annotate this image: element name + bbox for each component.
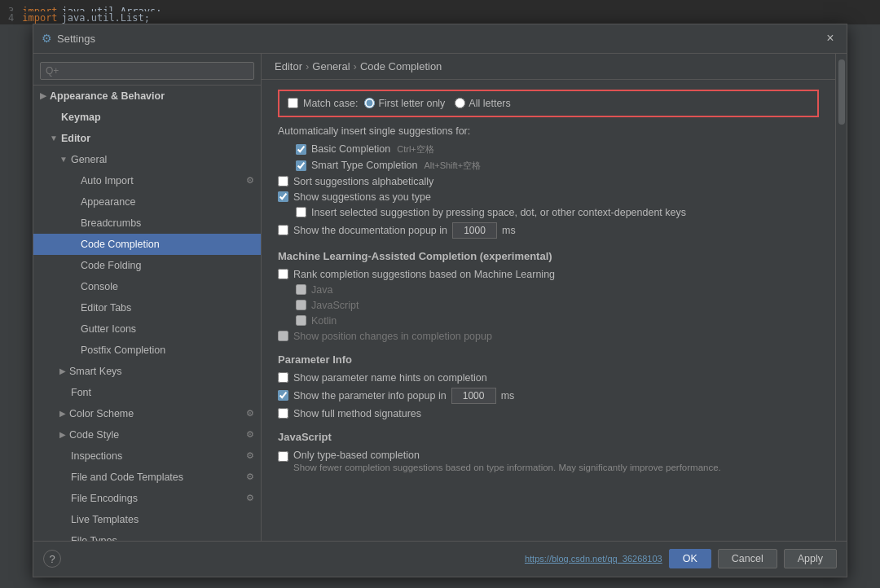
show-param-popup-label: Show the parameter info popup in xyxy=(293,390,447,402)
sidebar-item-breadcrumbs[interactable]: Breadcrumbs xyxy=(33,213,261,234)
smart-type-row[interactable]: Smart Type Completion Alt+Shift+空格 xyxy=(278,160,819,172)
show-as-type-row[interactable]: Show suggestions as you type xyxy=(278,191,819,203)
sidebar-item-file-types[interactable]: File Types xyxy=(33,530,261,541)
smart-type-checkbox[interactable] xyxy=(296,160,306,171)
match-case-row[interactable]: Match case: xyxy=(288,98,358,109)
sidebar-item-label: Keymap xyxy=(61,109,101,125)
sidebar-item-code-style[interactable]: Code Style ⚙ xyxy=(33,424,261,445)
arrow-icon xyxy=(50,132,58,145)
apply-button[interactable]: Apply xyxy=(784,549,837,568)
first-letter-option[interactable]: First letter only xyxy=(364,98,445,109)
sidebar-item-appearance-behavior[interactable]: Appearance & Behavior xyxy=(33,86,261,107)
ok-button[interactable]: OK xyxy=(669,549,711,568)
show-full-checkbox[interactable] xyxy=(278,408,288,419)
sidebar-item-postfix-completion[interactable]: Postfix Completion xyxy=(33,340,261,361)
show-position-label: Show position changes in completion popu… xyxy=(293,331,492,342)
sidebar-item-file-encodings[interactable]: File Encodings ⚙ xyxy=(33,488,261,509)
scrollbar-thumb[interactable] xyxy=(838,59,845,125)
sidebar-item-label: General xyxy=(71,151,107,168)
sidebar-item-label: Code Completion xyxy=(81,236,160,252)
arrow-icon xyxy=(59,365,66,378)
show-doc-popup-row: Show the documentation popup in ms xyxy=(278,222,819,239)
breadcrumb-code-completion: Code Completion xyxy=(360,60,442,72)
sidebar-item-label: Postfix Completion xyxy=(81,342,165,358)
rank-ml-row[interactable]: Rank completion suggestions based on Mac… xyxy=(278,269,819,280)
javascript-ml-checkbox[interactable] xyxy=(296,300,306,310)
help-button[interactable]: ? xyxy=(43,550,61,568)
show-position-checkbox[interactable] xyxy=(278,331,288,341)
show-doc-popup-value[interactable] xyxy=(452,222,497,239)
show-as-type-checkbox[interactable] xyxy=(278,191,288,202)
sidebar-item-auto-import[interactable]: Auto Import ⚙ xyxy=(33,170,261,191)
cancel-button[interactable]: Cancel xyxy=(718,549,777,568)
first-letter-radio[interactable] xyxy=(364,98,375,108)
type-based-checkbox[interactable] xyxy=(278,451,288,462)
settings-icon-small: ⚙ xyxy=(246,449,254,463)
rank-ml-checkbox[interactable] xyxy=(278,269,288,279)
sidebar-item-label: Breadcrumbs xyxy=(81,215,141,231)
type-based-label: Only type-based completion xyxy=(293,450,721,461)
first-letter-label: First letter only xyxy=(378,98,445,109)
basic-completion-row[interactable]: Basic Completion Ctrl+空格 xyxy=(278,143,819,156)
sidebar-item-editor[interactable]: Editor xyxy=(33,128,261,149)
sidebar-item-appearance[interactable]: Appearance xyxy=(33,191,261,213)
sidebar-item-gutter-icons[interactable]: Gutter Icons xyxy=(33,318,261,340)
all-letters-option[interactable]: All letters xyxy=(455,98,510,109)
basic-completion-checkbox[interactable] xyxy=(296,144,306,155)
dialog-title-text: Settings xyxy=(57,33,95,45)
settings-icon-small: ⚙ xyxy=(246,173,254,188)
java-checkbox[interactable] xyxy=(296,284,306,295)
sidebar-item-label: Auto Import xyxy=(81,173,134,189)
sidebar-item-file-code-templates[interactable]: File and Code Templates ⚙ xyxy=(33,467,261,488)
sidebar-item-color-scheme[interactable]: Color Scheme ⚙ xyxy=(33,403,261,424)
sidebar-item-live-templates[interactable]: Live Templates xyxy=(33,509,261,530)
show-full-row[interactable]: Show full method signatures xyxy=(278,408,819,419)
match-case-checkbox[interactable] xyxy=(288,98,298,108)
type-based-row[interactable]: Only type-based completion Show fewer co… xyxy=(278,450,819,472)
show-full-label: Show full method signatures xyxy=(293,408,421,419)
show-param-popup-value[interactable] xyxy=(451,388,496,404)
show-doc-popup-label: Show the documentation popup in xyxy=(293,225,447,236)
sidebar-item-console[interactable]: Console xyxy=(33,276,261,297)
arrow-icon xyxy=(40,90,46,103)
sidebar-item-keymap[interactable]: Keymap xyxy=(33,107,261,128)
ml-section-title: Machine Learning-Assisted Completion (ex… xyxy=(278,250,819,262)
sidebar-item-general[interactable]: General xyxy=(33,149,261,170)
sidebar-item-code-folding[interactable]: Code Folding xyxy=(33,255,261,276)
insert-space-checkbox[interactable] xyxy=(296,207,306,217)
scrollbar[interactable] xyxy=(835,54,847,541)
show-param-popup-checkbox[interactable] xyxy=(278,390,288,401)
java-row[interactable]: Java xyxy=(278,284,819,296)
sidebar-item-label: Code Style xyxy=(69,427,119,443)
show-position-row[interactable]: Show position changes in completion popu… xyxy=(278,331,819,342)
sidebar-item-font[interactable]: Font xyxy=(33,382,261,403)
arrow-icon xyxy=(59,153,68,166)
smart-type-label: Smart Type Completion xyxy=(311,160,417,171)
settings-icon: ⚙ xyxy=(42,32,52,45)
show-as-type-label: Show suggestions as you type xyxy=(293,191,431,203)
show-hints-checkbox[interactable] xyxy=(278,372,288,383)
search-input[interactable] xyxy=(40,62,254,80)
sort-alpha-row[interactable]: Sort suggestions alphabetically xyxy=(278,176,819,187)
match-case-box: Match case: First letter only All letter… xyxy=(278,90,819,117)
kotlin-checkbox[interactable] xyxy=(296,315,306,326)
show-hints-row[interactable]: Show parameter name hints on completion xyxy=(278,372,819,384)
sidebar-item-label: File and Code Templates xyxy=(71,469,183,485)
javascript-ml-row[interactable]: JavaScript xyxy=(278,300,819,311)
sidebar-item-code-completion[interactable]: Code Completion xyxy=(33,234,261,255)
sort-alpha-checkbox[interactable] xyxy=(278,176,288,186)
param-info-title: Parameter Info xyxy=(278,353,819,366)
breadcrumb-editor: Editor xyxy=(275,60,302,72)
sidebar-item-smart-keys[interactable]: Smart Keys xyxy=(33,361,261,382)
all-letters-radio[interactable] xyxy=(455,98,465,108)
kotlin-row[interactable]: Kotlin xyxy=(278,315,819,327)
search-box xyxy=(33,57,261,86)
close-button[interactable]: × xyxy=(822,30,838,46)
sidebar-item-editor-tabs[interactable]: Editor Tabs xyxy=(33,297,261,318)
sidebar-item-label: Console xyxy=(81,279,118,295)
insert-space-row[interactable]: Insert selected suggestion by pressing s… xyxy=(278,207,819,218)
javascript-ml-label: JavaScript xyxy=(311,300,359,311)
sidebar-item-inspections[interactable]: Inspections ⚙ xyxy=(33,445,261,467)
auto-insert-label: Automatically insert single suggestions … xyxy=(278,125,819,137)
show-doc-popup-checkbox[interactable] xyxy=(278,225,288,235)
